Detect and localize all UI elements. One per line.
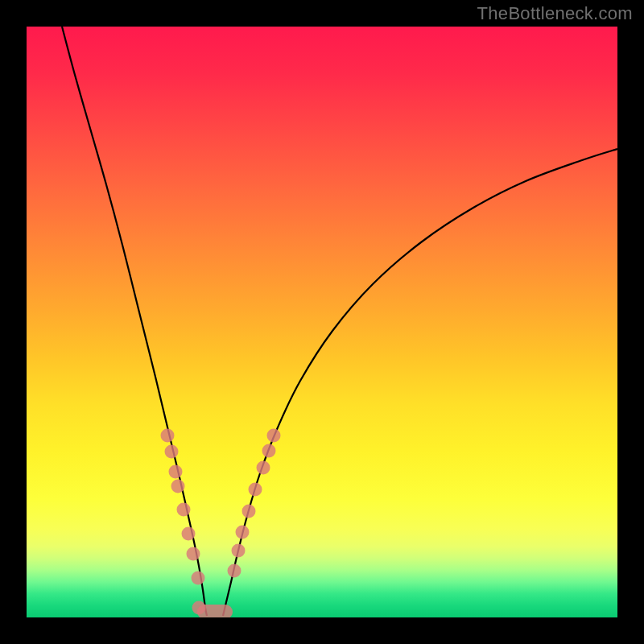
marker-right-4: [249, 483, 262, 497]
trough-pill: [197, 605, 233, 617]
marker-left-7: [192, 572, 205, 585]
marker-left-6: [187, 547, 200, 561]
marker-right-3: [242, 505, 256, 518]
marker-right-2: [236, 526, 250, 539]
marker-left-5: [182, 527, 196, 541]
chart-frame: TheBottleneck.com: [0, 0, 644, 644]
marker-left-4: [177, 503, 191, 517]
plot-area: [27, 27, 617, 617]
marker-right-1: [232, 544, 246, 558]
watermark-text: TheBottleneck.com: [477, 3, 633, 24]
marker-left-0: [161, 429, 175, 443]
curve-right-branch: [223, 149, 617, 616]
marker-left-1: [165, 445, 179, 459]
curve-left-branch: [62, 27, 207, 616]
marker-right-5: [257, 461, 270, 475]
marker-left-3: [171, 480, 185, 493]
marker-right-0: [228, 564, 242, 578]
marker-right-7: [267, 429, 281, 443]
chart-svg: [27, 27, 617, 617]
marker-right-6: [262, 444, 276, 458]
marker-left-2: [169, 465, 183, 479]
